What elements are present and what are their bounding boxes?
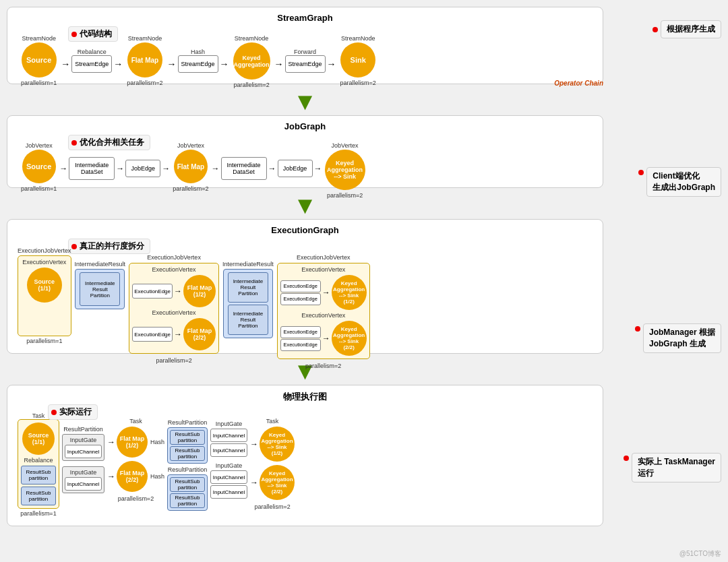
phy-flatmap1: Flat Map(1/2) [117, 427, 148, 458]
phy-flatmap-par: parallelism=2 [118, 495, 154, 502]
jg-source-par: parallelism=1 [21, 185, 57, 192]
phy-flatmap-group: Task → Flat Map(1/2) Hash → Flat Map(2/2… [107, 418, 164, 502]
sg-arrow5: → [274, 59, 284, 69]
jg-arrow3: → [162, 164, 170, 173]
jg-keyedagg-group: JobVertex KeyedAggregation--> Sink paral… [325, 142, 365, 199]
phy-resub2: ResultSubpartition [21, 487, 56, 505]
ann1-dot [653, 27, 658, 32]
eg-source-node: Source(1/1) [27, 268, 62, 303]
jg-arrow5: → [268, 164, 276, 173]
phy-keyedagg2: KeyedAggregation--> Sink(2/2) [260, 465, 295, 500]
ann2-dot [638, 170, 644, 175]
sg-source-group: StreamNode Source parallelism=1 [21, 35, 57, 86]
eg-ir2-label: IntermediateResult [222, 261, 274, 268]
eg-execedge3: ExecutionEdge [280, 280, 321, 292]
phy-source-group: Task Source(1/1) Rebalance ResultSubpart… [18, 412, 59, 517]
eg-intrespart3: IntermediateResultPartition [228, 305, 268, 335]
phy-ig2-label: InputGate [65, 469, 102, 476]
phy-keyedagg-par: parallelism=2 [254, 503, 290, 510]
phy-task-label3: Task [266, 418, 279, 425]
phy-ig3-label: InputGate [210, 420, 247, 427]
sg-sink-group: StreamNode Sink parallelism=2 [340, 35, 376, 86]
phy-inputgates2: InputGate InputChannel InputChannel Inpu… [210, 420, 247, 499]
phy-task-label2: Task [129, 418, 142, 425]
eg-ejv2-label: ExecutionJobVertex [129, 254, 219, 261]
eg-ejv3-label: ExecutionJobVertex [277, 254, 370, 261]
physical-title: 物理执行图 [14, 391, 596, 403]
phy-inputgate1-group: ResultPartition InputGate InputChannel I… [62, 426, 104, 493]
eg-source-ejv: ExecutionJobVertex ExecutionVertex Sourc… [18, 247, 71, 344]
jg-arrow6: → [314, 164, 322, 173]
phy-inputchan2: InputChannel [65, 477, 102, 491]
sg-keyedagg-node: KeyedAggregation [233, 42, 270, 80]
jg-keyedagg-node: KeyedAggregation--> Sink [325, 150, 365, 190]
sg-flatmap-node: Flat Map [127, 42, 162, 77]
eg-execedge4: ExecutionEdge [280, 293, 321, 305]
phy-resub5: ResultSubpartition [170, 477, 205, 492]
phy-rp1-label: ResultPartition [62, 426, 104, 433]
eg-intrespart1: IntermediateResultPartition [80, 272, 120, 306]
streamgraph-section: StreamGraph 代码结构 StreamNode Source paral… [7, 7, 603, 84]
phy-flatmap2: Flat Map(2/2) [117, 461, 148, 492]
sg-flatmap-par: parallelism=2 [127, 80, 162, 86]
eg-ev3-label: ExecutionVertex [132, 309, 216, 316]
eg-ev2-label: ExecutionVertex [132, 266, 216, 273]
sg-streamedge1: StreamEdge [71, 55, 112, 73]
jg-jv1-label: JobVertex [26, 142, 53, 149]
sg-source-par: parallelism=1 [21, 80, 57, 86]
jg-flatmap-node: Flat Map [174, 150, 208, 183]
eg-ev4-label: ExecutionVertex [280, 266, 367, 273]
sg-hash-label: Hash [191, 49, 205, 55]
jg-cn-label: 优化合并相关任务 [68, 135, 150, 150]
jg-jv3-label: JobVertex [332, 142, 359, 149]
sg-sn2-label: StreamNode [128, 35, 162, 42]
watermark: @51CTO博客 [679, 549, 721, 559]
phy-red-dot [51, 410, 57, 415]
phy-hash1: Hash [150, 439, 164, 445]
sg-forward-label: Forward [294, 49, 316, 55]
ann4-text: 实际上 TaskManager运行 [632, 453, 721, 482]
phy-cn-label: 实际运行 [48, 404, 98, 420]
jg-jobedge2: JobEdge [278, 160, 313, 177]
eg-intres1-group: IntermediateResult IntermediateResultPar… [75, 261, 126, 309]
eg-source-par: parallelism=1 [18, 338, 71, 344]
phy-resub6: ResultSubpartition [170, 493, 205, 508]
green-arrow-1: ▼ [7, 90, 603, 114]
sg-arrow6: → [327, 59, 336, 69]
executiongraph-section: ExecutionGraph 真正的并行度拆分 ExecutionJobVert… [7, 219, 603, 354]
sg-cn-label: 代码结构 [68, 26, 118, 42]
sg-streamedge3: StreamEdge [285, 55, 326, 73]
eg-keyedagg2-node: KeyedAggregation--> Sink(2/2) [332, 321, 367, 356]
sg-arrow3: → [167, 59, 177, 69]
annotation3: JobManager 根据JobGraph 生成 [635, 323, 721, 353]
sg-keyedagg-group: StreamNode KeyedAggregation parallelism=… [233, 35, 270, 88]
phy-rp2-group: ResultPartition ResultSubpartition Resul… [167, 419, 208, 511]
phy-keyedagg1: KeyedAggregation--> Sink(1/2) [260, 427, 295, 462]
ann2-text: Client端优化生成出JobGraph [646, 167, 721, 197]
sg-arrow2: → [113, 59, 123, 69]
eg-cn-text: 真正的并行度拆分 [80, 241, 144, 252]
phy-hash2: Hash [150, 473, 164, 480]
sg-sink-node: Sink [340, 42, 375, 77]
eg-execedge6: ExecutionEdge [280, 339, 321, 351]
jg-flatmap-par: parallelism=2 [173, 185, 208, 192]
sg-cn-text: 代码结构 [80, 28, 112, 40]
phy-resub1: ResultSubpartition [21, 466, 56, 485]
ann1-text: 根据程序生成 [661, 20, 721, 38]
sg-arrow1: → [61, 59, 70, 69]
eg-keyedagg-par: parallelism=2 [277, 363, 370, 369]
jg-jv2-label: JobVertex [177, 142, 204, 149]
jg-jobedge1: JobEdge [125, 160, 160, 177]
phy-rp3-label: ResultPartition [167, 466, 208, 473]
eg-edge-flatmap: ExecutionJobVertex ExecutionVertex Execu… [129, 254, 219, 364]
jg-dataset1: IntermediateDataSet [69, 157, 115, 180]
jobgraph-title: JobGraph [14, 121, 596, 131]
phy-ig4-label: InputGate [210, 462, 247, 469]
eg-ev-label: ExecutionVertex [22, 259, 66, 266]
ann3-dot [635, 326, 640, 332]
phy-ic4: InputChannel [210, 443, 247, 457]
eg-cn-label: 真正的并行度拆分 [68, 239, 150, 254]
jg-dataset2: IntermediateDataSet [221, 157, 267, 180]
jg-flatmap-group: JobVertex Flat Map parallelism=2 [173, 142, 208, 192]
phy-ig1-label: InputGate [65, 437, 102, 443]
